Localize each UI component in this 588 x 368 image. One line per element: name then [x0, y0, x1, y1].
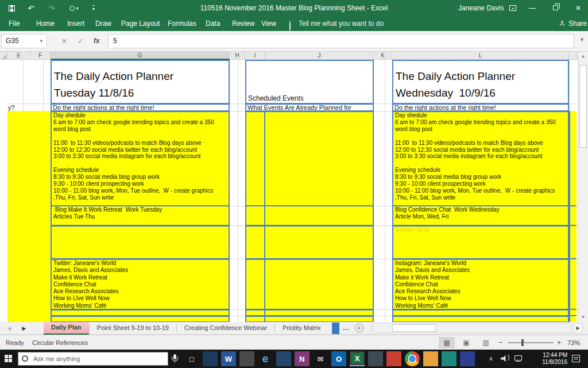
- cell-J1[interactable]: Scheduled Events: [245, 60, 374, 104]
- tab-formulas[interactable]: Formulas: [168, 16, 196, 31]
- column-header-F[interactable]: F: [30, 52, 51, 60]
- cancel-formula-icon[interactable]: ✕: [57, 34, 71, 48]
- app-gray-icon[interactable]: [239, 351, 254, 366]
- cell-I6-J6[interactable]: [245, 259, 374, 310]
- tab-file[interactable]: File: [9, 16, 20, 31]
- column-header-K[interactable]: K: [374, 52, 392, 60]
- cell-G6[interactable]: Twitter: Janeane's World James, Davis an…: [51, 259, 230, 310]
- taskbar-clock[interactable]: 12:44 PM 11/8/2016: [528, 352, 567, 366]
- mail-icon[interactable]: ✉: [313, 351, 328, 366]
- column-header-M-partial[interactable]: [569, 52, 578, 60]
- customize-qat-icon[interactable]: ▾: [87, 0, 99, 16]
- app-navy-icon[interactable]: [460, 351, 475, 366]
- sheet-tab-creating-confidence-webinar[interactable]: Creating Confidence Webinar: [177, 322, 274, 335]
- enter-formula-icon[interactable]: ✓: [74, 34, 87, 48]
- tab-review[interactable]: Review: [232, 16, 254, 31]
- sheet-tab-partial[interactable]: [332, 323, 339, 334]
- close-button[interactable]: ✕: [570, 0, 587, 16]
- app-red-icon[interactable]: [386, 351, 401, 366]
- excel-icon[interactable]: X: [350, 351, 365, 366]
- formula-bar-expand-icon[interactable]: ▼: [579, 37, 585, 43]
- hidden-icons-chevron-icon[interactable]: ∧: [487, 350, 495, 368]
- app-amber-icon[interactable]: [423, 351, 438, 366]
- sheet-tab-overflow[interactable]: …: [341, 322, 351, 335]
- action-center-icon[interactable]: [572, 355, 580, 362]
- formula-input[interactable]: 5: [108, 34, 574, 48]
- cell-I5-J5[interactable]: [245, 225, 374, 259]
- scroll-up-icon[interactable]: ▲: [578, 52, 588, 61]
- sheet-tab-point-sheet[interactable]: Point Sheet 9-19 to 10-19: [90, 322, 176, 335]
- minimize-button[interactable]: —: [524, 0, 541, 16]
- cell-L1[interactable]: The Daily Action Planner Wednesday 10/9/…: [392, 60, 569, 104]
- normal-view-icon[interactable]: ▦: [439, 337, 455, 348]
- name-box-dropdown-icon[interactable]: ▼: [39, 34, 44, 48]
- outlook-icon[interactable]: O: [331, 351, 346, 366]
- touch-mode-icon[interactable]: ▾: [64, 0, 84, 16]
- share-button[interactable]: Share: [568, 16, 587, 31]
- sheet-nav-left-icon[interactable]: ◀: [3, 322, 15, 335]
- cell-L2[interactable]: Do the right actions at the right time!: [392, 103, 569, 112]
- cell-G2[interactable]: Do the right actions at the right time!: [51, 103, 230, 112]
- zoom-level[interactable]: 73%: [567, 335, 580, 350]
- chrome-icon[interactable]: [405, 351, 420, 366]
- spreadsheet-grid[interactable]: y? The Daily Action Planner Tuesday 11/8…: [0, 60, 578, 322]
- app-dark-blue-icon[interactable]: [203, 351, 218, 366]
- app-blue-accent-icon[interactable]: [276, 351, 291, 366]
- circular-references-status[interactable]: Circular References: [32, 335, 88, 350]
- sheet-tab-priotity-matrix[interactable]: Priotity Matrix: [275, 322, 328, 335]
- tab-data[interactable]: Data: [206, 16, 220, 31]
- tab-home[interactable]: Home: [36, 16, 55, 31]
- column-header-J[interactable]: J: [265, 52, 374, 60]
- cell-E2[interactable]: y?: [8, 104, 15, 111]
- cell-G4[interactable]: Blog Make It Work Retreat Work Tuesday A…: [51, 205, 230, 226]
- edge-icon[interactable]: e: [258, 351, 273, 366]
- ribbon-display-options-icon[interactable]: ▴: [504, 0, 521, 16]
- insert-function-icon[interactable]: fx: [90, 34, 103, 48]
- start-button[interactable]: [0, 350, 17, 368]
- horizontal-scrollbar[interactable]: [373, 323, 572, 333]
- cell-G3[interactable]: Day shedule 6 am to 7:00 am check google…: [51, 111, 230, 206]
- scroll-down-icon[interactable]: ▼: [578, 313, 588, 322]
- column-header-H[interactable]: H: [230, 52, 245, 60]
- onenote-icon[interactable]: N: [295, 351, 310, 366]
- volume-icon[interactable]: ): [501, 355, 511, 362]
- cell-L5[interactable]: Screen Snip: [392, 225, 569, 259]
- page-layout-view-icon[interactable]: ▣: [458, 337, 474, 348]
- cell-J2[interactable]: What Events Are Already Planned for Toda…: [245, 103, 374, 112]
- account-user-name[interactable]: Janeane Davis: [458, 0, 504, 16]
- save-icon[interactable]: [5, 0, 18, 16]
- tell-me-box[interactable]: Tell me what you want to do: [299, 16, 384, 31]
- tab-view[interactable]: View: [261, 16, 276, 31]
- cell-L3[interactable]: Day shedule 6 am to 7:00 am check google…: [392, 111, 569, 206]
- select-all-button[interactable]: [0, 52, 7, 60]
- vertical-scrollbar-thumb[interactable]: [579, 65, 587, 148]
- name-box[interactable]: G35▼: [1, 34, 47, 48]
- zoom-slider-thumb[interactable]: [521, 339, 524, 346]
- undo-icon[interactable]: ↶: [24, 0, 38, 16]
- cell-G8[interactable]: [51, 316, 230, 322]
- zoom-in-icon[interactable]: +: [557, 335, 562, 350]
- cell-L6[interactable]: Instagram: Janeane's World James, Davis …: [392, 259, 569, 310]
- cell-I8-J8[interactable]: [245, 316, 374, 322]
- sheet-nav-right-icon[interactable]: ▶: [18, 322, 30, 335]
- zoom-out-icon[interactable]: −: [498, 335, 503, 350]
- yellow-fill-M[interactable]: [569, 111, 577, 322]
- task-view-icon[interactable]: □: [184, 351, 199, 366]
- page-break-view-icon[interactable]: ▥: [478, 337, 494, 348]
- cell-L8[interactable]: [392, 316, 569, 322]
- cell-L4[interactable]: Blog Confidence Chat Work Wednesday Arti…: [392, 205, 569, 226]
- zoom-slider[interactable]: [508, 342, 554, 343]
- taskbar-search-box[interactable]: Ask me anything: [18, 352, 168, 366]
- redo-icon[interactable]: ↷: [45, 0, 59, 16]
- column-header-E[interactable]: E: [7, 52, 30, 60]
- hscroll-right-icon[interactable]: ▶: [573, 323, 583, 333]
- yellow-fill-EF[interactable]: [7, 111, 51, 322]
- tab-insert[interactable]: Insert: [67, 16, 84, 31]
- cell-G1[interactable]: The Daily Action Planner Tuesday 11/8/16: [51, 60, 230, 104]
- restore-button[interactable]: [547, 0, 564, 16]
- column-header-G[interactable]: G: [51, 52, 230, 60]
- network-icon[interactable]: [514, 355, 524, 362]
- tab-page-layout[interactable]: Page Layout: [121, 16, 160, 31]
- cell-I3-J3[interactable]: [245, 111, 374, 206]
- tab-draw[interactable]: Draw: [95, 16, 111, 31]
